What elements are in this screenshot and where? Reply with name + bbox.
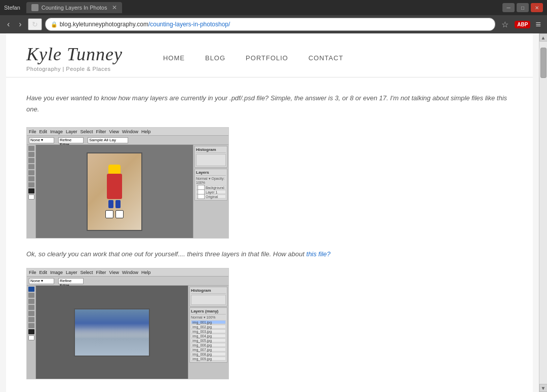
ps-menu2-filter: Filter xyxy=(96,270,106,275)
ps-layer-row-3[interactable]: Original xyxy=(196,194,226,199)
ps-menu-image: Image xyxy=(50,129,63,134)
ps-layers-mode: Normal ▾ Opacity: 100% xyxy=(196,177,226,184)
screenshot-1-container: File Edit Image Layer Select Filter View… xyxy=(26,127,513,239)
ps-panels: Histogram Layers Normal ▾ Opacity: 100% xyxy=(193,145,228,238)
ps-histogram-panel: Histogram xyxy=(194,146,227,168)
minimize-button[interactable]: ─ xyxy=(502,3,515,12)
ps-layer2-row-7[interactable]: img_007.jpg xyxy=(191,347,226,351)
tab-favicon xyxy=(31,4,38,11)
ps-layer2-label-1: img_001.jpg xyxy=(192,321,212,324)
ps-menu2-layer: Layer xyxy=(66,270,77,275)
ps-layer2-row-2[interactable]: img_002.jpg xyxy=(191,325,226,329)
nav-contact[interactable]: CONTACT xyxy=(308,54,343,62)
logo-name[interactable]: Kyle Tunney xyxy=(26,44,123,65)
ps-layer-label-1: Background xyxy=(206,186,224,189)
title-bar: Stefan Counting Layers In Photos ✕ ─ □ ✕ xyxy=(0,0,547,15)
ps-histogram-chart xyxy=(196,154,226,166)
maximize-button[interactable]: □ xyxy=(517,3,529,12)
browser-chrome: Stefan Counting Layers In Photos ✕ ─ □ ✕… xyxy=(0,0,547,33)
lego-leg-left xyxy=(108,200,113,208)
screenshot-2: File Edit Image Layer Select Filter View… xyxy=(26,268,229,379)
forward-button[interactable]: › xyxy=(16,19,24,30)
ps-menu-file: File xyxy=(29,129,36,134)
window-controls: ─ □ ✕ xyxy=(502,3,543,12)
ps-menu2-help: Help xyxy=(141,270,151,275)
ps-tool-4 xyxy=(28,164,34,169)
scrollbar-arrow-down[interactable]: ▼ xyxy=(539,384,548,392)
ps-toolbar-input-2: Refine Edge xyxy=(58,137,84,143)
user-label: Stefan xyxy=(4,5,20,11)
ps-tool-2 xyxy=(28,152,34,157)
ps-layer2-row-9[interactable]: img_009.jpg xyxy=(191,357,226,361)
tab-close-button[interactable]: ✕ xyxy=(112,4,117,11)
ps-tool2-4 xyxy=(28,305,34,310)
ps-layer2-label-6: img_006.jpg xyxy=(192,343,212,347)
ps-layer-row-1[interactable]: Background xyxy=(196,185,226,189)
browser-tab[interactable]: Counting Layers In Photos ✕ xyxy=(26,2,123,13)
ps-mockup-2: File Edit Image Layer Select Filter View… xyxy=(27,268,228,379)
ps-layer2-row-1[interactable]: img_001.jpg xyxy=(191,320,226,324)
dice-area xyxy=(105,210,124,218)
city-image xyxy=(75,309,149,356)
address-bar[interactable]: 🔒 blog.kyletunneyphotography.com/countin… xyxy=(45,18,496,31)
bookmark-button[interactable]: ☆ xyxy=(498,20,512,29)
site-logo: Kyle Tunney Photography | People & Place… xyxy=(26,44,123,72)
ps-image-content xyxy=(88,153,141,230)
ps-layer2-row-4[interactable]: img_004.jpg xyxy=(191,334,226,338)
ps-tool-1 xyxy=(28,146,34,151)
dice-2 xyxy=(115,210,124,218)
scrollbar-arrow-up[interactable]: ▲ xyxy=(539,33,548,42)
nav-home[interactable]: HOME xyxy=(163,54,185,62)
ps-layer2-row-5[interactable]: img_005.jpg xyxy=(191,338,226,342)
ps-menu-select: Select xyxy=(81,129,93,134)
ps-layer2-label-9: img_009.jpg xyxy=(192,357,212,361)
page-scroll-area[interactable]: Kyle Tunney Photography | People & Place… xyxy=(0,33,539,392)
ps-menu2-file: File xyxy=(29,270,36,275)
ps-menu-edit: Edit xyxy=(40,129,48,134)
scrollbar-track[interactable] xyxy=(539,42,547,384)
lego-figure xyxy=(105,165,124,218)
address-path: /counting-layers-in-photoshop/ xyxy=(148,21,230,28)
ps-canvas-1 xyxy=(87,152,142,231)
ps-tool-5 xyxy=(28,170,34,175)
back-button[interactable]: ‹ xyxy=(4,19,13,30)
ps-workspace: Histogram Layers Normal ▾ Opacity: 100% xyxy=(27,145,228,238)
ps-panels-2: Histogram Layers (many) Normal ▾ 100% im… xyxy=(188,286,228,379)
ps-tool2-2 xyxy=(28,293,34,298)
ps-histogram-chart-2 xyxy=(191,295,226,305)
page-scrollbar[interactable]: ▲ ▼ xyxy=(539,33,547,392)
lego-body xyxy=(107,174,122,199)
reload-button[interactable]: ↻ xyxy=(28,18,42,30)
ps-layer2-row-6[interactable]: img_006.jpg xyxy=(191,343,226,347)
intro-paragraph: Have you ever wanted to know how many la… xyxy=(26,93,513,115)
ps-layer2-label-3: img_003.jpg xyxy=(192,330,212,333)
building-outline xyxy=(75,328,149,356)
ps-mockup-1: File Edit Image Layer Select Filter View… xyxy=(27,128,228,238)
close-button[interactable]: ✕ xyxy=(531,3,543,12)
ps-layers-mode-2: Normal ▾ 100% xyxy=(191,316,226,320)
this-file-link[interactable]: this file? xyxy=(306,250,331,258)
ps-layer-row-2[interactable]: Layer 1 xyxy=(196,190,226,194)
ps-layer-label-2: Layer 1 xyxy=(206,190,217,194)
page-content: Kyle Tunney Photography | People & Place… xyxy=(6,33,533,392)
ps-toolbar2-input-2: Refine Edge xyxy=(58,278,84,284)
lego-head xyxy=(108,165,121,175)
ps-layer2-label-7: img_007.jpg xyxy=(192,348,212,351)
scrollbar-thumb[interactable] xyxy=(540,48,546,78)
ps-histogram-title: Histogram xyxy=(196,147,226,153)
ps-layer2-label-4: img_004.jpg xyxy=(192,334,212,338)
browser-menu-button[interactable]: ≡ xyxy=(533,19,543,30)
ps-layer2-row-8[interactable]: img_008.jpg xyxy=(191,352,226,356)
logo-tagline: Photography | People & Places xyxy=(26,66,123,72)
screenshot-1: File Edit Image Layer Select Filter View… xyxy=(26,127,229,239)
nav-blog[interactable]: BLOG xyxy=(205,54,225,62)
ps-layers-title-2: Layers (many) xyxy=(191,309,226,315)
lego-leg-right xyxy=(115,200,121,208)
ps-layer2-row-3[interactable]: img_003.jpg xyxy=(191,329,226,333)
ps-histogram-title-2: Histogram xyxy=(191,288,226,294)
nav-portfolio[interactable]: PORTFOLIO xyxy=(246,54,288,62)
lego-legs xyxy=(105,200,124,208)
ps-menu-window: Window xyxy=(122,129,138,134)
ps-layer2-label-5: img_005.jpg xyxy=(192,339,212,342)
ps-menu2-edit: Edit xyxy=(40,270,48,275)
